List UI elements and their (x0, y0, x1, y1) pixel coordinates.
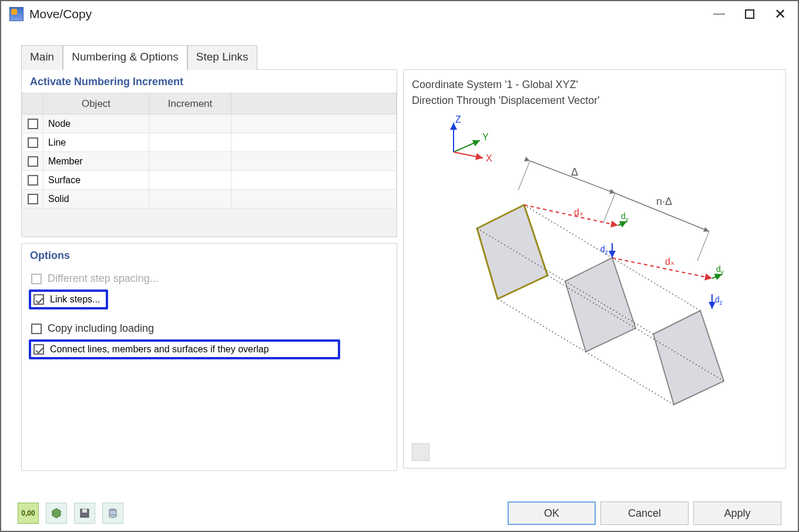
svg-line-4 (454, 152, 483, 158)
table-row: Line (22, 133, 397, 152)
svg-text:dₓ: dₓ (574, 207, 583, 217)
increment-line[interactable] (149, 133, 231, 152)
cell-node: Node (43, 115, 149, 133)
checkbox-surface[interactable] (28, 175, 38, 186)
tabstrip: Main Numbering & Options Step Links (21, 45, 786, 69)
numbering-heading: Activate Numbering Increment (22, 70, 397, 93)
tab-numbering-options[interactable]: Numbering & Options (63, 45, 187, 70)
preview-settings-icon[interactable] (412, 443, 429, 461)
cell-solid: Solid (43, 190, 149, 208)
col-increment: Increment (149, 93, 231, 115)
svg-line-22 (612, 258, 712, 278)
cell-line: Line (43, 133, 149, 152)
svg-marker-13 (477, 205, 548, 299)
toolbar-db-icon[interactable] (102, 503, 123, 524)
group-options: Options Different step spacing... Link s… (21, 243, 397, 471)
tab-step-links[interactable]: Step Links (187, 45, 257, 70)
svg-text:dz: dz (715, 295, 723, 306)
svg-text:dy: dy (716, 264, 724, 275)
toolbar-box-icon[interactable] (46, 503, 67, 524)
increment-solid[interactable] (149, 190, 231, 208)
toolbar-save-icon[interactable] (74, 503, 95, 524)
ok-button[interactable]: OK (508, 501, 596, 525)
svg-line-2 (454, 140, 480, 152)
cell-surface: Surface (43, 171, 149, 190)
svg-line-10 (518, 161, 530, 190)
preview-panel: Coordinate System '1 - Global XYZ' Direc… (403, 69, 786, 469)
svg-text:n·Δ: n·Δ (656, 196, 672, 207)
svg-line-20 (524, 205, 618, 225)
preview-line2: Direction Through 'Displacement Vector' (412, 93, 777, 109)
highlight-connect-overlap: Connect lines, members and surfaces if t… (29, 339, 340, 359)
svg-text:X: X (486, 153, 492, 163)
svg-rect-34 (82, 509, 87, 513)
svg-marker-32 (52, 509, 61, 518)
svg-line-11 (603, 193, 615, 223)
svg-text:Δ: Δ (571, 166, 578, 178)
checkbox-copy-loading[interactable] (31, 324, 42, 334)
label-copy-loading: Copy including loading (48, 322, 154, 335)
svg-text:Y: Y (482, 132, 489, 142)
table-row: Surface (22, 171, 397, 190)
group-numbering-increment: Activate Numbering Increment Object Incr… (21, 69, 397, 237)
svg-line-12 (697, 231, 709, 261)
checkbox-link-steps[interactable] (33, 294, 44, 305)
table-row: Solid (22, 190, 397, 208)
svg-text:Z: Z (455, 115, 461, 124)
options-heading: Options (22, 244, 397, 267)
svg-point-37 (109, 515, 116, 518)
checkbox-diff-step (31, 274, 42, 284)
checkbox-node[interactable] (28, 119, 38, 129)
option-copy-loading: Copy including loading (29, 319, 390, 338)
tab-main[interactable]: Main (21, 45, 63, 70)
preview-line1: Coordinate System '1 - Global XYZ' (412, 77, 777, 93)
cell-member: Member (43, 152, 149, 171)
increment-surface[interactable] (149, 171, 231, 190)
minimize-button[interactable] (704, 2, 734, 26)
label-link-steps: Link steps... (50, 294, 100, 305)
svg-text:dₓ: dₓ (665, 257, 674, 267)
checkbox-connect-overlap[interactable] (33, 344, 44, 355)
checkbox-line[interactable] (28, 137, 38, 148)
highlight-link-steps: Link steps... (29, 289, 108, 309)
option-different-step-spacing: Different step spacing... (29, 269, 390, 288)
footer: 0,00 OK Cancel Apply (1, 501, 798, 525)
table-row: Member (22, 152, 397, 171)
app-icon (9, 7, 24, 21)
numbering-table: Object Increment Node Line (22, 93, 397, 237)
titlebar: Move/Copy ✕ (1, 1, 798, 27)
svg-text:dz: dz (600, 244, 608, 255)
window-title: Move/Copy (29, 7, 92, 21)
maximize-button[interactable] (734, 2, 765, 26)
close-button[interactable]: ✕ (765, 2, 795, 26)
svg-text:dy: dy (621, 211, 629, 223)
svg-marker-14 (565, 258, 636, 352)
toolbar-precision-icon[interactable]: 0,00 (18, 503, 39, 524)
col-object: Object (43, 93, 149, 115)
increment-node[interactable] (149, 115, 231, 133)
cancel-button[interactable]: Cancel (600, 501, 689, 525)
checkbox-member[interactable] (28, 156, 38, 167)
label-connect-overlap: Connect lines, members and surfaces if t… (50, 344, 269, 355)
table-row: Node (22, 115, 397, 133)
svg-marker-15 (653, 311, 724, 405)
checkbox-solid[interactable] (28, 194, 38, 204)
preview-diagram: Z Y X Δ n·Δ (421, 111, 762, 416)
apply-button[interactable]: Apply (693, 501, 781, 525)
label-diff-step: Different step spacing... (48, 272, 159, 285)
increment-member[interactable] (149, 152, 231, 171)
